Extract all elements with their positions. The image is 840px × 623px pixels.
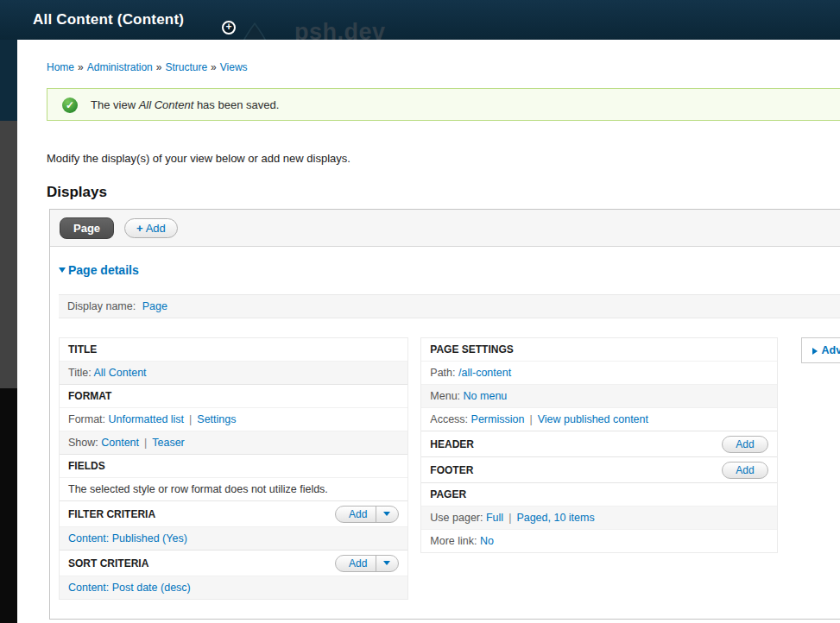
advanced-panel: Advanced: [801, 337, 840, 363]
add-shortcut-icon[interactable]: +: [222, 21, 236, 35]
section-sort-label: SORT CRITERIA: [68, 557, 148, 570]
section-header-label: HEADER: [430, 438, 474, 450]
row-more-link: More link: No: [421, 529, 776, 552]
add-header-button[interactable]: Add: [722, 436, 767, 453]
path-link[interactable]: /all-content: [458, 367, 511, 379]
section-header-header: HEADER Add: [421, 431, 776, 456]
link-separator: |: [529, 413, 532, 425]
display-name-link[interactable]: Page: [142, 300, 167, 312]
sort-postdate-link[interactable]: Content: Post date (desc): [68, 582, 191, 594]
display-tab-strip: Page +Add: [50, 210, 840, 247]
overlay-titlebar: All Content (Content) + psh.dev: [0, 0, 840, 40]
advanced-label: Advanced: [822, 344, 840, 356]
row-title: Title: All Content: [60, 361, 407, 384]
row-use-pager: Use pager: Full|Paged, 10 items: [421, 506, 776, 529]
tab-page[interactable]: Page: [60, 217, 114, 239]
add-sort-button[interactable]: Add: [335, 555, 399, 572]
breadcrumb-separator: »: [78, 61, 84, 73]
section-header-format: FORMAT: [60, 384, 407, 407]
link-separator: |: [144, 437, 147, 449]
title-value-link[interactable]: All Content: [93, 367, 146, 379]
row-label: More link:: [430, 535, 477, 547]
more-link-value[interactable]: No: [480, 535, 494, 547]
plus-icon: +: [136, 222, 143, 235]
show-teaser-link[interactable]: Teaser: [152, 437, 185, 449]
expand-arrow-icon: [812, 348, 818, 355]
menu-link[interactable]: No menu: [464, 390, 508, 402]
environment-label: psh.dev: [294, 19, 386, 40]
intro-text: Modify the display(s) of your view below…: [47, 152, 840, 165]
left-column: TITLE Title: All Content FORMAT Format: …: [59, 337, 408, 600]
section-filter-label: FILTER CRITERIA: [68, 508, 155, 520]
displays-container: Page +Add Page details Display name: Pag…: [49, 209, 840, 620]
page-details-area: Page details Display name: Page TITLE Ti…: [50, 247, 840, 600]
add-filter-button[interactable]: Add: [335, 506, 399, 523]
pager-paged-link[interactable]: Paged, 10 items: [516, 512, 594, 524]
section-header-filter-criteria: FILTER CRITERIA Add: [60, 500, 407, 526]
right-column: PAGE SETTINGS Path: /all-content Menu: N…: [420, 337, 777, 553]
section-footer-label: FOOTER: [430, 464, 473, 476]
displays-heading: Displays: [47, 184, 840, 201]
breadcrumb-separator: »: [211, 61, 217, 73]
status-message: ✓ The view All Content has been saved.: [47, 88, 840, 121]
drupal-logo-icon: [231, 22, 278, 40]
row-label: Title:: [68, 367, 92, 379]
format-settings-link[interactable]: Settings: [197, 413, 236, 425]
page-details-toggle[interactable]: Page details: [59, 263, 139, 277]
dropdown-arrow-icon: [383, 512, 390, 516]
row-access: Access: Permission|View published conten…: [421, 407, 776, 431]
add-display-label: Add: [146, 222, 166, 235]
checkmark-icon: ✓: [62, 98, 78, 113]
add-sort-label: Add: [336, 556, 376, 571]
backdrop-strip-gray: [0, 121, 17, 388]
row-show: Show: Content|Teaser: [60, 431, 407, 454]
section-fields-label: FIELDS: [68, 460, 105, 472]
breadcrumb: Home»Administration»Structure»Views: [47, 61, 840, 73]
row-label: Use pager:: [430, 512, 483, 524]
show-content-link[interactable]: Content: [101, 437, 139, 449]
format-style-link[interactable]: Unformatted list: [109, 413, 185, 425]
pager-full-link[interactable]: Full: [486, 512, 503, 524]
status-text-prefix: The view: [91, 98, 136, 111]
breadcrumb-administration[interactable]: Administration: [87, 61, 153, 73]
collapse-arrow-icon: [59, 267, 66, 273]
dropdown-arrow-icon: [383, 561, 390, 565]
section-format-label: FORMAT: [68, 390, 111, 402]
access-permission-link[interactable]: Permission: [471, 413, 525, 425]
breadcrumb-structure[interactable]: Structure: [165, 61, 207, 73]
breadcrumb-home[interactable]: Home: [47, 61, 74, 73]
row-format: Format: Unformatted list|Settings: [60, 407, 407, 431]
fields-note-text: The selected style or row format does no…: [68, 483, 328, 495]
breadcrumb-separator: »: [156, 61, 162, 73]
filter-published-link[interactable]: Content: Published (Yes): [68, 532, 187, 544]
row-label: Menu:: [430, 390, 460, 402]
add-sort-dropdown[interactable]: [376, 559, 398, 567]
row-label: Format:: [68, 413, 105, 425]
page-details-label: Page details: [68, 263, 139, 277]
add-filter-dropdown[interactable]: [376, 510, 398, 518]
section-header-fields: FIELDS: [60, 454, 407, 477]
advanced-toggle[interactable]: Advanced: [812, 344, 840, 356]
row-fields-note: The selected style or row format does no…: [60, 477, 407, 500]
settings-columns: TITLE Title: All Content FORMAT Format: …: [59, 337, 840, 600]
row-label: Show:: [68, 437, 98, 449]
link-separator: |: [508, 512, 511, 524]
page-title: All Content (Content): [33, 11, 184, 28]
breadcrumb-views[interactable]: Views: [220, 61, 248, 73]
access-view-published-link[interactable]: View published content: [538, 413, 648, 425]
add-footer-button[interactable]: Add: [722, 462, 767, 479]
status-view-name: All Content: [139, 98, 194, 111]
display-name-bar: Display name: Page: [59, 294, 840, 318]
overlay-content: Home»Administration»Structure»Views ✓ Th…: [17, 40, 840, 623]
row-filter-item: Content: Published (Yes): [60, 526, 407, 550]
backdrop-strip-navy: [0, 40, 17, 121]
add-display-button[interactable]: +Add: [124, 218, 178, 238]
section-header-sort-criteria: SORT CRITERIA Add: [60, 550, 407, 576]
section-pager-label: PAGER: [430, 488, 466, 500]
section-header-pager: PAGER: [421, 482, 776, 506]
section-header-title: TITLE: [60, 338, 407, 361]
section-title-label: TITLE: [68, 343, 97, 356]
row-label: Path:: [430, 367, 455, 379]
link-separator: |: [189, 413, 192, 425]
section-header-page-settings: PAGE SETTINGS: [421, 338, 776, 361]
